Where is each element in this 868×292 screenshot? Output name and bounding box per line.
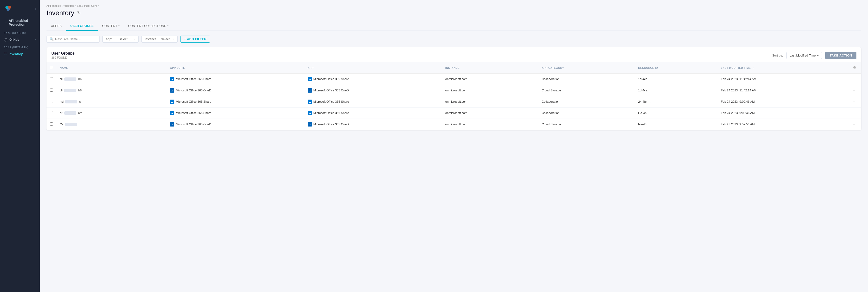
row-checkbox[interactable]	[50, 88, 53, 92]
tab-content[interactable]: CONTENT ▾	[98, 22, 124, 31]
row-resource-id-cell: 1d-4ca ...	[635, 85, 717, 96]
row-app-suite: ☁ Microsoft Office 365 Share	[170, 77, 211, 81]
row-resource-id-cell: 1d-4ca ...	[635, 74, 717, 85]
row-last-modified-cell: Feb 24 2023, 9:09:46 AM	[717, 96, 848, 108]
row-name-redacted	[65, 100, 78, 103]
app-filter-select[interactable]: App: Select ▾	[102, 36, 138, 43]
row-last-modified: Feb 24 2023, 9:09:46 AM	[721, 111, 754, 115]
sort-select[interactable]: Last Modified Time ▾	[786, 52, 822, 59]
col-header-actions: ⚙	[848, 62, 861, 74]
row-app-suite-name: Microsoft Office 365 Share	[176, 111, 211, 115]
row-name-suffix: am	[78, 111, 82, 115]
col-header-instance: INSTANCE	[442, 62, 538, 74]
row-app: ☁ Microsoft Office 365 Share	[308, 100, 349, 104]
row-instance-cell: onmicrosoft.com	[442, 74, 538, 85]
refresh-icon[interactable]: ↻	[77, 10, 81, 15]
row-name-prefix: or	[60, 111, 62, 115]
instance-filter-select[interactable]: Instance: Select ▾	[142, 36, 178, 43]
app-suite-icon: ☁	[170, 77, 174, 81]
row-app-category-cell: Collaboration	[538, 108, 635, 119]
row-name-cell: cli b6	[56, 85, 166, 96]
select-all-checkbox[interactable]	[50, 66, 53, 69]
table-container: User Groups 369 FOUND Sort by: Last Modi…	[46, 47, 861, 130]
take-action-button[interactable]: TAKE ACTION	[825, 52, 857, 59]
app-suite-icon: ☁	[170, 88, 174, 93]
row-checkbox-cell	[46, 74, 56, 85]
tab-user-groups-label: USER GROUPS	[70, 24, 93, 28]
row-instance: onmicrosoft.com	[445, 123, 467, 126]
row-app: ☁ Microsoft Office 365 Share	[308, 77, 349, 81]
row-actions-cell: ···	[848, 96, 861, 108]
row-checkbox[interactable]	[50, 122, 53, 125]
tabs-bar: USERS USER GROUPS CONTENT ▾ CONTENT COLL…	[46, 22, 861, 31]
row-app-suite-name: Microsoft Office 365 Share	[176, 77, 211, 81]
sidebar-collapse-button[interactable]: ‹	[34, 6, 36, 11]
sidebar-item-label: Inventory	[9, 52, 23, 56]
row-menu-button[interactable]: ···	[852, 99, 858, 104]
row-checkbox[interactable]	[50, 77, 53, 80]
row-app-name: Microsoft Office 365 Share	[313, 100, 349, 103]
tab-content-collections-label: CONTENT COLLECTIONS	[128, 24, 166, 28]
add-filter-button[interactable]: + ADD FILTER	[181, 36, 210, 43]
row-resource-id-cell: lea-44b ...	[635, 119, 717, 130]
row-app-suite: ☁ Microsoft Office 365 Share	[170, 100, 211, 104]
row-app-cell: ☁ Microsoft Office 365 OneD	[304, 119, 442, 130]
tab-content-label: CONTENT	[102, 24, 117, 28]
search-input[interactable]	[55, 37, 94, 41]
table-body: cli b6 ☁ Microsoft Office 365 Share ☁ Mi…	[46, 74, 861, 130]
row-app-suite-name: Microsoft Office 365 Share	[176, 100, 211, 103]
row-app-category-cell: Cloud Storage	[538, 119, 635, 130]
row-app-suite-name: Microsoft Office 365 OneD	[176, 89, 211, 92]
tab-users[interactable]: USERS	[46, 22, 66, 31]
table-row: Ca ☁ Microsoft Office 365 OneD ☁ Microso…	[46, 119, 861, 130]
main-area: API-enabled Protection > SaaS (Next Gen)…	[40, 0, 868, 292]
tab-content-collections[interactable]: CONTENT COLLECTIONS ▾	[124, 22, 173, 31]
row-name-suffix: b6	[78, 89, 82, 92]
row-menu-button[interactable]: ···	[852, 76, 858, 82]
table-row: nsl s ☁ Microsoft Office 365 Share ☁ Mic…	[46, 96, 861, 108]
row-last-modified: Feb 24 2023, 9:09:46 AM	[721, 100, 754, 103]
col-header-app: APP	[304, 62, 442, 74]
row-app-category: Collaboration	[542, 77, 560, 81]
row-instance-cell: onmicrosoft.com	[442, 96, 538, 108]
row-checkbox[interactable]	[50, 111, 53, 114]
sidebar-item-inventory[interactable]: ☷ Inventory	[0, 50, 40, 58]
col-header-app-suite: APP SUITE	[166, 62, 304, 74]
row-name-redacted	[64, 77, 76, 81]
column-settings-button[interactable]: ⚙	[852, 65, 857, 71]
row-instance: onmicrosoft.com	[445, 89, 467, 92]
row-last-modified: Feb 24 2023, 11:42:14 AM	[721, 77, 756, 81]
sidebar-section-saas-classic: SAAS (CLASSIC)	[0, 29, 40, 35]
row-app-suite-cell: ☁ Microsoft Office 365 Share	[166, 74, 304, 85]
resource-id-dots: ...	[648, 89, 652, 92]
row-app-cell: ☁ Microsoft Office 365 OneD	[304, 85, 442, 96]
col-header-last-modified[interactable]: LAST MODIFIED TIME ↑	[717, 62, 848, 74]
row-name-prefix: cli	[60, 89, 63, 92]
sidebar-item-github[interactable]: ◯ GitHub ›	[0, 35, 40, 44]
row-last-modified: Feb 24 2023, 11:42:14 AM	[721, 89, 756, 92]
row-name-suffix: b6	[78, 77, 82, 81]
row-app-category-cell: Collaboration	[538, 96, 635, 108]
table-title-area: User Groups 369 FOUND	[51, 51, 75, 60]
sidebar-back-item[interactable]: ← API-enabled Protection	[0, 16, 40, 29]
app-filter-chevron-icon: ▾	[134, 38, 135, 40]
row-app-suite: ☁ Microsoft Office 365 Share	[170, 111, 211, 115]
row-menu-button[interactable]: ···	[852, 122, 858, 127]
row-name-prefix: cli	[60, 77, 63, 81]
table-header-row: User Groups 369 FOUND Sort by: Last Modi…	[46, 47, 861, 62]
row-app-category: Cloud Storage	[542, 123, 561, 126]
row-instance-cell: onmicrosoft.com	[442, 108, 538, 119]
row-actions-cell: ···	[848, 119, 861, 130]
row-checkbox[interactable]	[50, 100, 53, 103]
row-name-cell: cli b6	[56, 74, 166, 85]
row-name-prefix: Ca	[60, 123, 64, 126]
resource-id-dots: ...	[648, 111, 651, 115]
row-menu-button[interactable]: ···	[852, 88, 858, 93]
search-icon: 🔍	[50, 37, 54, 41]
search-box[interactable]: 🔍	[46, 36, 99, 43]
row-menu-button[interactable]: ···	[852, 110, 858, 116]
table-row: or am ☁ Microsoft Office 365 Share ☁ Mic…	[46, 108, 861, 119]
app-suite-icon: ☁	[170, 111, 174, 115]
row-app-name: Microsoft Office 365 Share	[313, 77, 349, 81]
tab-user-groups[interactable]: USER GROUPS	[66, 22, 98, 31]
